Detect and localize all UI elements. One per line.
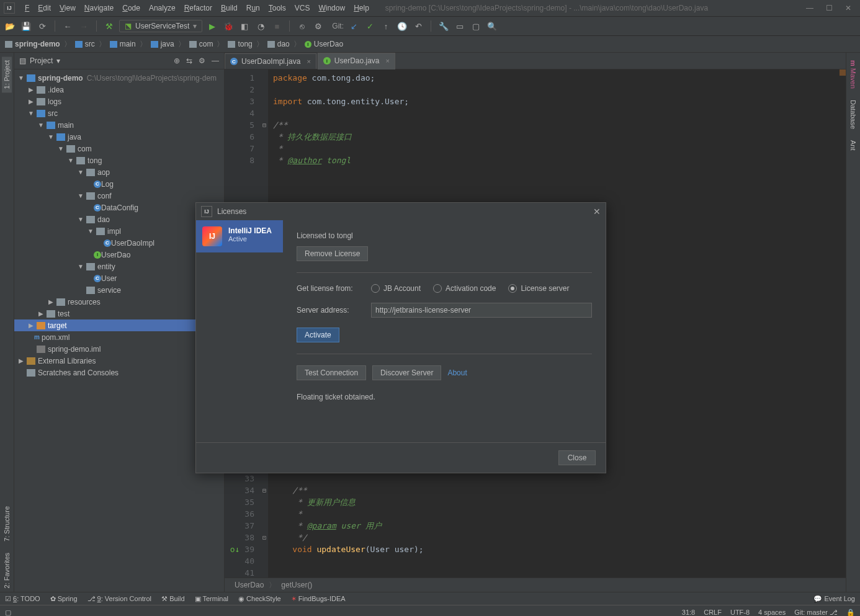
test-connection-button[interactable]: Test Connection [297, 365, 366, 380]
tree-row[interactable]: ▼src [14, 107, 224, 119]
folders-icon[interactable]: ▭ [454, 20, 466, 32]
sync-icon[interactable]: ⟳ [36, 20, 48, 32]
stop-icon[interactable]: ■ [271, 20, 283, 32]
rail-favorites[interactable]: 2: Favorites [2, 549, 12, 592]
breadcrumb-item[interactable]: src [75, 40, 95, 48]
close-icon[interactable]: ✕ [593, 207, 601, 216]
forward-icon[interactable]: → [78, 20, 90, 32]
collapse-icon[interactable]: ⇆ [186, 56, 192, 65]
breadcrumb-item[interactable]: dao [267, 40, 290, 48]
menu-file[interactable]: F [21, 2, 33, 14]
search-icon[interactable]: 🔍 [486, 20, 498, 32]
tool-spring[interactable]: ✿ Spring [50, 595, 78, 603]
indent-info[interactable]: 4 spaces [758, 609, 786, 616]
tool-checkstyle[interactable]: ◉ CheckStyle [238, 595, 281, 603]
back-icon[interactable]: ← [61, 20, 74, 32]
tree-row[interactable]: CLog [14, 178, 224, 190]
tree-row[interactable]: ▶target [14, 319, 224, 331]
panel-gear-icon[interactable]: ⚙ [199, 56, 205, 65]
debug-icon[interactable]: 🐞 [222, 20, 235, 32]
tree-row[interactable]: ▶logs [14, 96, 224, 107]
tree-row[interactable]: ▼java [14, 131, 224, 143]
tree-row[interactable]: CUserDaoImpl [14, 237, 224, 249]
coverage-icon[interactable]: ◧ [238, 20, 251, 32]
tree-row[interactable]: ▼aop [14, 166, 224, 178]
menu-run[interactable]: Run [243, 2, 264, 14]
crumb-item[interactable]: getUser() [281, 581, 312, 589]
close-button[interactable]: Close [558, 450, 596, 465]
run-icon[interactable]: ▶ [206, 20, 218, 32]
git-push-icon[interactable]: ↑ [380, 20, 392, 32]
attach-icon[interactable]: ⎋ [296, 20, 308, 32]
menu-code[interactable]: Code [119, 2, 144, 14]
run-config-select[interactable]: ⬔ UserServiceTest ▾ [119, 20, 202, 32]
screen-icon[interactable]: ▢ [470, 20, 482, 32]
discover-server-button[interactable]: Discover Server [372, 365, 441, 380]
breadcrumb-item[interactable]: tong [228, 40, 252, 48]
tool-build[interactable]: ⚒ Build [161, 595, 185, 603]
status-home-icon[interactable]: ▢ [5, 609, 11, 617]
tool-findbugs[interactable]: ✶ FindBugs-IDEA [291, 595, 346, 603]
close-icon[interactable]: × [386, 57, 390, 65]
caret-position[interactable]: 31:8 [682, 609, 695, 616]
file-encoding[interactable]: UTF-8 [730, 609, 750, 616]
git-history-icon[interactable]: 🕓 [396, 20, 408, 32]
tree-row[interactable]: ▼entity [14, 261, 224, 272]
breadcrumb-item[interactable]: java [151, 40, 174, 48]
tree-row[interactable]: ▶resources [14, 296, 224, 308]
tree-row[interactable]: ▼dao [14, 213, 224, 225]
tool-todo[interactable]: ☑ 6: TODO [5, 595, 40, 603]
remove-license-button[interactable]: Remove License [297, 246, 368, 261]
wrench-icon[interactable]: 🔧 [437, 20, 450, 32]
line-separator[interactable]: CRLF [704, 609, 722, 616]
menu-help[interactable]: Help [350, 2, 373, 14]
tree-row[interactable]: ▼conf [14, 190, 224, 202]
tree-row[interactable]: IUserDao [14, 249, 224, 261]
git-branch[interactable]: Git: master ⎇ [794, 609, 838, 617]
breadcrumb-item[interactable]: spring-demo [5, 40, 60, 48]
tree-row[interactable]: ▼com [14, 143, 224, 154]
radio-jb-account[interactable]: JB Account [371, 284, 421, 293]
editor-tab[interactable]: CUserDaoImpl.java× [225, 53, 316, 69]
gear-icon[interactable]: ⚙ [312, 20, 325, 32]
tree-row[interactable]: service [14, 284, 224, 296]
minimize-icon[interactable]: — [806, 4, 813, 12]
rail-ant[interactable]: Ant [848, 136, 858, 154]
tree-row[interactable]: ▼spring-demoC:\Users\tongl\IdeaProjects\… [14, 72, 224, 84]
close-icon[interactable]: × [307, 58, 310, 65]
menu-navigate[interactable]: Navigate [81, 2, 117, 14]
radio-activation-code[interactable]: Activation code [433, 284, 496, 293]
git-update-icon[interactable]: ↙ [347, 20, 360, 32]
tool-eventlog[interactable]: 💬 Event Log [813, 595, 855, 603]
close-window-icon[interactable]: ✕ [845, 4, 851, 12]
build-icon[interactable]: ⚒ [103, 20, 115, 32]
tree-row[interactable]: spring-demo.iml [14, 343, 224, 355]
tool-vcs[interactable]: ⎇ 9: Version Control [87, 595, 152, 603]
hide-panel-icon[interactable]: — [212, 56, 219, 65]
server-address-input[interactable] [371, 303, 592, 318]
tree-row[interactable]: ▶External Libraries [14, 355, 224, 367]
tree-row[interactable]: ▼tong [14, 154, 224, 166]
code-editor[interactable]: o↓ 32333435363738o↓ 394041 ⊟⊡ User getUs… [225, 458, 846, 578]
menu-vcs[interactable]: VCS [291, 2, 314, 14]
rail-structure[interactable]: 7: Structure [2, 502, 12, 545]
maximize-icon[interactable]: ☐ [826, 4, 833, 12]
menu-tools[interactable]: Tools [265, 2, 290, 14]
tree-row[interactable]: CDataConfig [14, 202, 224, 213]
menu-refactor[interactable]: Refactor [181, 2, 216, 14]
breadcrumb-item[interactable]: main [110, 40, 136, 48]
target-icon[interactable]: ⊕ [174, 56, 180, 65]
product-card[interactable]: IJ IntelliJ IDEA Active [196, 220, 283, 252]
tree-row[interactable]: CUser [14, 272, 224, 284]
tree-row[interactable]: ▼impl [14, 225, 224, 237]
radio-license-server[interactable]: License server [508, 284, 569, 293]
menu-window[interactable]: Window [315, 2, 349, 14]
breadcrumb-item[interactable]: com [189, 40, 213, 48]
menu-edit[interactable]: Edit [34, 2, 55, 14]
lock-icon[interactable]: 🔒 [846, 609, 855, 617]
menu-view[interactable]: View [56, 2, 79, 14]
save-icon[interactable]: 💾 [20, 20, 32, 32]
profile-icon[interactable]: ◔ [254, 20, 267, 32]
open-icon[interactable]: 📂 [4, 20, 16, 32]
rail-database[interactable]: Database [848, 96, 858, 133]
